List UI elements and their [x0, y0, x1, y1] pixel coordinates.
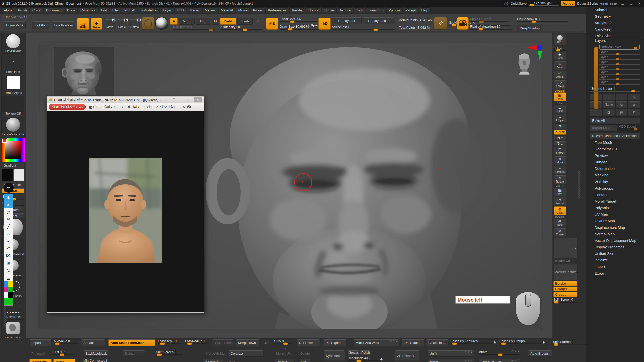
tray-section-visibility[interactable]: Visibility: [586, 178, 644, 185]
tray-section-import[interactable]: Import: [586, 263, 644, 270]
palette-icon[interactable]: [4, 281, 13, 292]
photo-reference-window[interactable]: Head 사진 레퍼런스 > 49217dd52f7d7b542151af3f2…: [47, 96, 204, 313]
a-toggle[interactable]: A: [170, 18, 178, 25]
inflate-slider[interactable]: InflateX Y Z: [478, 350, 521, 355]
menu-item-movie[interactable]: Movie: [236, 7, 250, 13]
color-tab-button[interactable]: Color: [53, 359, 75, 362]
del-hidden-button[interactable]: Del Hidden: [402, 339, 424, 346]
pin-button[interactable]: 고정 ✔: [179, 105, 191, 109]
gizmo-y-axis-icon[interactable]: [538, 51, 542, 61]
gizmo-x-axis-icon[interactable]: [527, 45, 537, 50]
polish-groups-toggle-dot[interactable]: [542, 341, 545, 344]
menu-item-color[interactable]: Color: [30, 7, 43, 13]
gradient-button[interactable]: Gradient: [2, 163, 24, 168]
sidebar-item-claybuildup[interactable]: ClayBuildup: [1, 33, 25, 54]
store-mt-button[interactable]: StoreMT: [204, 359, 223, 362]
update-banner-button[interactable]: 새 버전이 나왔습니다.: [49, 104, 86, 110]
frame-button[interactable]: ⊡Frame: [554, 147, 566, 155]
scale-button[interactable]: SScale: [117, 19, 127, 29]
eye-icon[interactable]: ◉: [4, 194, 13, 201]
layers-scrollbar[interactable]: [594, 47, 598, 109]
delete-button-1[interactable]: Delete: [123, 350, 145, 357]
color-picker[interactable]: [2, 138, 25, 162]
photo-menu-2[interactable]: 편집▼: [144, 105, 152, 109]
menu-item-macro[interactable]: Macro: [187, 7, 202, 13]
qz-button[interactable]: ↻Z: [554, 141, 566, 146]
polyf-button[interactable]: ▦PolyF: [554, 187, 566, 196]
green-swatch[interactable]: [4, 298, 13, 305]
divider-right-icon[interactable]: ▮▮▮▶: [610, 2, 618, 5]
home-page-button[interactable]: Home Page: [4, 21, 26, 29]
tray-section-polygroups[interactable]: Polygroups: [586, 185, 644, 192]
lazyradius-slider[interactable]: LazyRadius 1: [185, 339, 209, 344]
layer-grid-button-5[interactable]: Name: [603, 101, 615, 108]
zadd-toggle[interactable]: Zadd: [220, 18, 236, 25]
pen-nib-icon[interactable]: ✒: [4, 183, 14, 193]
layer-grid-button-10[interactable]: ◩: [616, 109, 628, 116]
layer-row[interactable]: Layer: [599, 60, 640, 65]
actual-button[interactable]: ⌕1Actual: [554, 71, 566, 79]
camera-icon[interactable]: [457, 17, 469, 30]
menu-item-zscript[interactable]: Zscript: [403, 7, 418, 13]
menu-item-texture[interactable]: Texture: [337, 7, 353, 13]
photo-menu-1[interactable]: 책갈피▼: [128, 105, 140, 109]
uv-button[interactable]: Uv: [262, 339, 270, 346]
replay-icon[interactable]: ◎D: [318, 18, 331, 30]
move-button[interactable]: MMove: [105, 19, 115, 29]
primary-color-swatch[interactable]: [2, 169, 13, 181]
menu-item-layer[interactable]: Layer: [160, 7, 174, 13]
tray-section-fibermesh[interactable]: FiberMesh: [586, 139, 644, 146]
tray-section-deformation[interactable]: Deformation: [586, 165, 644, 172]
cursor-icon[interactable]: ➤: [4, 201, 13, 208]
angle-of-view-slider[interactable]: Angle Of View: [470, 17, 508, 22]
mirror-and-weld-button[interactable]: Mirror And WeldX Y Z: [353, 339, 399, 346]
merge-visible-button[interactable]: MergeVisible: [204, 350, 226, 357]
menu-item-transform[interactable]: Transform: [366, 7, 386, 13]
double-button[interactable]: Double: [274, 359, 295, 362]
polish-features-toggle-dot[interactable]: [493, 341, 496, 344]
toolbar-divider[interactable]: ▲▼: [282, 347, 287, 350]
tray-section-polypaint[interactable]: Polypaint: [586, 205, 644, 211]
default-zscript-button[interactable]: DefaultZScript: [577, 2, 598, 5]
camera-lock-button[interactable]: ⌑: [554, 123, 566, 129]
solo-button[interactable]: ◎Solo: [554, 218, 566, 227]
midvalue-slider[interactable]: MidValue 0: [54, 339, 79, 344]
resolution-toggle-dot[interactable]: [380, 358, 383, 361]
mrgb-toggle[interactable]: Mrgb: [179, 18, 195, 25]
texture-on-label[interactable]: Texture On: [554, 259, 586, 263]
close-holes-button[interactable]: Close Holes: [426, 339, 448, 346]
layer-grid-button-2[interactable]: ↱: [616, 93, 628, 100]
minimize-icon[interactable]: —: [179, 98, 185, 102]
replay-last-button[interactable]: ReplayLast: [332, 17, 362, 24]
del-mt-button[interactable]: DelMT: [225, 359, 243, 362]
transp-button[interactable]: ▱Transp: [554, 197, 566, 206]
tray-section-vector-displacement-map[interactable]: Vector Displacement Map: [586, 237, 644, 244]
photo-window-titlebar[interactable]: Head 사진 레퍼런스 > 49217dd52f7d7b542151af3f2…: [47, 97, 204, 103]
tray-section-subtool[interactable]: Subtool: [586, 7, 644, 13]
lsym-button[interactable]: ↔L.Sym: [554, 114, 566, 123]
layer-row[interactable]: Layer: [599, 50, 640, 55]
sidebar-item-freehand[interactable]: ZFreeHand: [1, 54, 25, 74]
persp-button[interactable]: ▦Persp: [554, 92, 566, 101]
colorize-button[interactable]: Colorize: [228, 350, 264, 357]
auto-mask-fibermesh-button[interactable]: Auto Mask FiberMesh: [108, 339, 155, 346]
smart-resym-button[interactable]: Smart ReSymX Y Z: [478, 359, 521, 362]
resolution-slider[interactable]: Resolution 400: [348, 356, 379, 361]
selected-layer-row[interactable]: Untitled Layer: [599, 44, 640, 50]
tray-section-contact[interactable]: Contact: [586, 192, 644, 198]
rgb-intensity-slider[interactable]: Rgb Intensity: [173, 25, 215, 30]
menu-item-preferences[interactable]: Preferences: [265, 7, 289, 13]
spix-slider[interactable]: SPix 3: [554, 46, 566, 51]
camera-icon[interactable]: ◎: [4, 267, 13, 274]
photo-menu-3[interactable]: 사진 보관함▼: [156, 105, 176, 109]
bpr-button[interactable]: BPR: [554, 33, 566, 46]
zoom-button[interactable]: ⌕Zoom: [554, 61, 566, 70]
record-deformation-button[interactable]: Record Deformation Animation: [590, 132, 640, 139]
layers-title[interactable]: Layers: [588, 37, 642, 44]
project-all-button[interactable]: ProjectAll: [29, 350, 51, 357]
layer-row[interactable]: Layer: [599, 55, 640, 60]
photo-menu-0[interactable]: 슬라이드 쇼▼: [104, 105, 124, 109]
knife-icon[interactable]: ✄: [4, 216, 13, 223]
morph-uv-button[interactable]: Morph UV: [274, 350, 292, 357]
mask-by-feature-button[interactable]: MaskByFeature: [553, 264, 578, 280]
